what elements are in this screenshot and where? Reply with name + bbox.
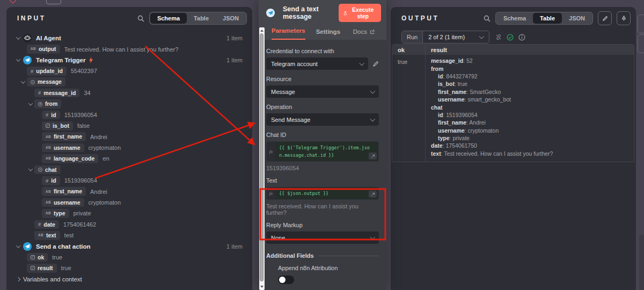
search-icon[interactable] bbox=[484, 15, 491, 22]
key-pill[interactable]: ABtype bbox=[42, 209, 69, 218]
tab-output-json[interactable]: JSON bbox=[562, 13, 592, 24]
scroll-up-arrow[interactable] bbox=[260, 30, 264, 32]
text-label: Text bbox=[266, 177, 379, 184]
key-pill[interactable]: ABusername bbox=[42, 143, 84, 153]
tree-row[interactable]: ABtexttest bbox=[14, 230, 247, 241]
tree-node-row[interactable]: Telegram Trigger1 item bbox=[14, 55, 247, 66]
tree-row[interactable]: #message_id34 bbox=[14, 88, 247, 98]
tree-row[interactable]: ABusernamecryptomaton bbox=[14, 197, 247, 208]
key-pill[interactable]: #update_id bbox=[27, 67, 67, 76]
tab-input-schema[interactable]: Schema bbox=[150, 13, 187, 24]
reply-markup-select[interactable]: None bbox=[266, 231, 379, 244]
tree-row[interactable]: #date1754061462 bbox=[14, 219, 247, 230]
key-name: date bbox=[43, 221, 55, 228]
string-type-icon: AB bbox=[46, 212, 51, 215]
docs-link[interactable]: Docs bbox=[353, 28, 375, 40]
tree-node-row[interactable]: Send a chat action1 item bbox=[14, 241, 247, 251]
text-expression[interactable]: {{ $json.output }} bbox=[275, 187, 378, 199]
credential-select[interactable]: Telegram account bbox=[266, 57, 368, 70]
key-name: is_bot bbox=[53, 122, 69, 129]
key-pill[interactable]: #message_id bbox=[34, 89, 79, 98]
node-name: Telegram Trigger bbox=[36, 57, 85, 63]
tab-parameters[interactable]: Parameters bbox=[272, 27, 305, 40]
key-pill[interactable]: ✓is_bot bbox=[42, 121, 73, 130]
background-button-outline bbox=[638, 15, 644, 33]
key-pill[interactable]: ABfirst_name bbox=[42, 187, 86, 196]
tab-output-schema[interactable]: Schema bbox=[496, 13, 533, 24]
tree-row[interactable]: Variables and context bbox=[14, 274, 247, 285]
chat-id-expression[interactable]: {{ $('Telegram Trigger').item.json.messa… bbox=[275, 142, 378, 161]
key-name: language_code bbox=[54, 155, 94, 162]
key-pill[interactable]: ✓result bbox=[27, 264, 57, 273]
tree-row[interactable]: ABfirst_nameAndrei bbox=[14, 132, 247, 142]
tree-row[interactable]: ABoutputTest received. How can I assist … bbox=[14, 44, 247, 54]
key-pill[interactable]: ABtext bbox=[34, 231, 60, 240]
tab-settings[interactable]: Settings bbox=[316, 28, 340, 40]
scroll-down-arrow[interactable] bbox=[260, 286, 264, 288]
output-table-header: ok result bbox=[392, 45, 634, 55]
key-pill[interactable]: from bbox=[34, 99, 61, 108]
result-line: username : cryptomaton bbox=[431, 127, 634, 134]
key-pill[interactable]: ABlanguage_code bbox=[42, 154, 98, 163]
execute-step-button[interactable]: Execute step bbox=[339, 4, 381, 22]
tree-row[interactable]: ABtypeprivate bbox=[14, 208, 247, 219]
chevron-down-icon bbox=[370, 234, 375, 239]
key-pill[interactable]: message bbox=[27, 77, 65, 86]
tree-row[interactable]: ✓is_botfalse bbox=[14, 120, 247, 131]
key-pill[interactable]: #date bbox=[34, 220, 59, 229]
key-pill[interactable]: ✓ok bbox=[27, 253, 48, 262]
input-schema-tree: AI Agent1 itemABoutputTest received. How… bbox=[6, 30, 252, 285]
chevron-expanded-icon[interactable] bbox=[19, 81, 27, 84]
tree-row[interactable]: ABusernamecryptomaton bbox=[14, 142, 247, 153]
string-type-icon: AB bbox=[46, 135, 51, 139]
search-icon[interactable] bbox=[137, 15, 144, 22]
key-pill[interactable]: chat bbox=[34, 165, 61, 175]
key-pill[interactable]: ABoutput bbox=[27, 45, 60, 54]
tree-row[interactable]: ABlanguage_codeen bbox=[14, 153, 247, 164]
vertical-scrollbar[interactable] bbox=[259, 27, 265, 290]
chevron-expanded-icon[interactable] bbox=[14, 37, 22, 40]
open-expression-editor-icon[interactable] bbox=[369, 191, 377, 198]
tab-input-json[interactable]: JSON bbox=[216, 13, 246, 24]
tree-node-row[interactable]: AI Agent1 item bbox=[14, 33, 247, 44]
tree-row[interactable]: ABfirst_nameAndrei bbox=[14, 186, 247, 197]
operation-select[interactable]: Send Message bbox=[266, 113, 379, 126]
tree-row[interactable]: #id1519396054 bbox=[14, 110, 247, 120]
tree-row[interactable]: ✓oktrue bbox=[14, 252, 247, 263]
run-selector[interactable]: Run 2 of 2 (1 item) bbox=[401, 31, 489, 44]
tree-row[interactable]: message bbox=[14, 77, 247, 88]
key-value: private bbox=[74, 210, 91, 216]
resource-select[interactable]: Message bbox=[266, 85, 379, 98]
tree-row[interactable]: from bbox=[14, 98, 247, 109]
key-pill[interactable]: ABfirst_name bbox=[42, 132, 86, 141]
telegram-icon bbox=[266, 9, 275, 17]
open-expression-editor-icon[interactable] bbox=[369, 153, 377, 160]
chevron-expanded-icon[interactable] bbox=[14, 245, 22, 248]
key-value: cryptomaton bbox=[89, 199, 121, 206]
tree-row[interactable]: chat bbox=[14, 164, 247, 175]
tab-output-table[interactable]: Table bbox=[533, 13, 562, 24]
append-attribution-toggle[interactable] bbox=[278, 276, 294, 284]
key-pill[interactable]: #id bbox=[42, 111, 60, 120]
pin-data-button[interactable] bbox=[617, 11, 631, 25]
chevron-collapsed-icon[interactable] bbox=[14, 278, 22, 281]
scrollbar-thumb[interactable] bbox=[260, 33, 264, 281]
chevron-expanded-icon[interactable] bbox=[26, 103, 34, 106]
text-expression-field[interactable]: fx {{ $json.output }} bbox=[266, 187, 379, 200]
chevron-expanded-icon[interactable] bbox=[26, 168, 34, 171]
output-panel: OUTPUT Schema Table JSON bbox=[391, 7, 636, 290]
key-pill[interactable]: #id bbox=[42, 176, 60, 185]
edit-output-button[interactable] bbox=[598, 11, 612, 25]
tab-input-table[interactable]: Table bbox=[187, 13, 216, 24]
chat-id-expression-field[interactable]: fx {{ $('Telegram Trigger').item.json.me… bbox=[266, 141, 379, 162]
tree-row[interactable]: #id1519396054 bbox=[14, 175, 247, 186]
unlink-icon[interactable] bbox=[495, 34, 502, 40]
edit-credential-pencil-icon[interactable] bbox=[372, 61, 379, 67]
number-type-icon: # bbox=[31, 69, 33, 74]
output-table: ok result true message_id : 52fromid : 8… bbox=[392, 44, 634, 162]
key-pill[interactable]: ABusername bbox=[42, 198, 84, 207]
chevron-expanded-icon[interactable] bbox=[14, 59, 22, 62]
info-icon[interactable] bbox=[518, 34, 525, 41]
tree-row[interactable]: #update_id55402397 bbox=[14, 66, 247, 76]
tree-row[interactable]: ✓resulttrue bbox=[14, 263, 247, 273]
